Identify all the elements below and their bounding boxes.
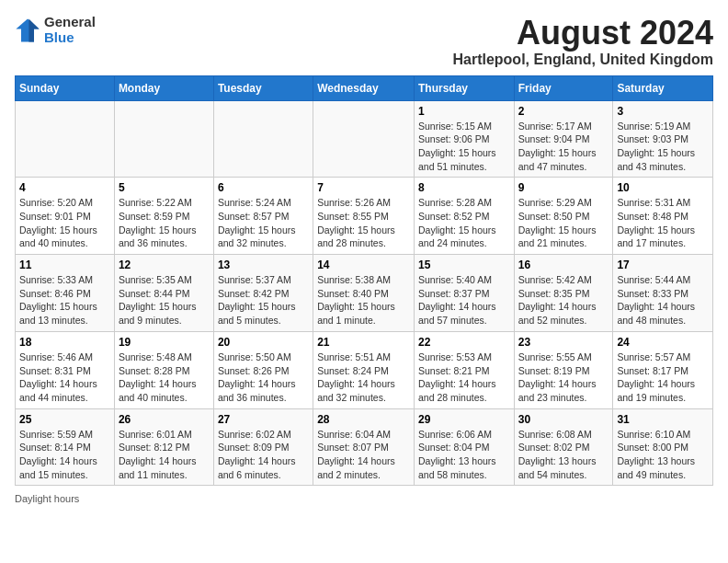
calendar-week-row: 4Sunrise: 5:20 AM Sunset: 9:01 PM Daylig… [16,178,713,255]
footer: Daylight hours [15,493,713,504]
day-number: 20 [218,336,309,349]
day-info: Sunrise: 5:24 AM Sunset: 8:57 PM Dayligh… [218,196,309,250]
day-info: Sunrise: 6:01 AM Sunset: 8:12 PM Dayligh… [119,428,210,482]
day-info: Sunrise: 5:42 AM Sunset: 8:35 PM Dayligh… [518,273,609,327]
day-info: Sunrise: 5:26 AM Sunset: 8:55 PM Dayligh… [317,196,410,250]
day-info: Sunrise: 5:57 AM Sunset: 8:17 PM Dayligh… [617,350,709,405]
calendar-cell: 1Sunrise: 5:15 AM Sunset: 9:06 PM Daylig… [414,100,514,178]
calendar-day-header: Saturday [613,75,713,100]
day-info: Sunrise: 5:40 AM Sunset: 8:37 PM Dayligh… [418,273,510,327]
day-number: 25 [19,413,110,426]
day-number: 4 [19,181,110,194]
day-info: Sunrise: 5:38 AM Sunset: 8:40 PM Dayligh… [317,273,410,327]
day-info: Sunrise: 5:22 AM Sunset: 8:59 PM Dayligh… [119,196,210,250]
day-number: 9 [518,181,609,194]
day-info: Sunrise: 5:46 AM Sunset: 8:31 PM Dayligh… [19,350,110,405]
calendar-cell [213,100,313,178]
calendar-day-header: Tuesday [213,75,313,100]
day-info: Sunrise: 6:02 AM Sunset: 8:09 PM Dayligh… [218,428,309,482]
day-number: 14 [317,259,410,271]
day-number: 24 [617,336,709,349]
calendar-cell: 11Sunrise: 5:33 AM Sunset: 8:46 PM Dayli… [16,255,115,332]
calendar-cell: 4Sunrise: 5:20 AM Sunset: 9:01 PM Daylig… [16,178,115,255]
day-number: 19 [119,336,210,349]
day-info: Sunrise: 6:08 AM Sunset: 8:02 PM Dayligh… [518,428,609,482]
day-info: Sunrise: 5:35 AM Sunset: 8:44 PM Dayligh… [119,273,210,327]
day-number: 12 [119,259,210,271]
day-number: 11 [19,259,110,271]
calendar-day-header: Thursday [414,75,514,100]
calendar-day-header: Monday [114,75,213,100]
calendar-cell [16,100,115,178]
calendar-cell: 30Sunrise: 6:08 AM Sunset: 8:02 PM Dayli… [514,408,613,486]
logo-general: General [44,15,96,30]
day-info: Sunrise: 6:06 AM Sunset: 8:04 PM Dayligh… [418,428,510,482]
calendar-cell: 14Sunrise: 5:38 AM Sunset: 8:40 PM Dayli… [313,255,415,332]
calendar-cell: 7Sunrise: 5:26 AM Sunset: 8:55 PM Daylig… [313,178,415,255]
calendar-cell: 24Sunrise: 5:57 AM Sunset: 8:17 PM Dayli… [613,331,713,408]
day-number: 22 [418,336,510,349]
calendar-cell: 6Sunrise: 5:24 AM Sunset: 8:57 PM Daylig… [213,178,313,255]
calendar-cell: 22Sunrise: 5:53 AM Sunset: 8:21 PM Dayli… [414,331,514,408]
svg-marker-1 [28,18,39,41]
day-info: Sunrise: 5:15 AM Sunset: 9:06 PM Dayligh… [418,120,510,174]
day-number: 16 [518,259,609,271]
day-number: 30 [518,413,609,426]
day-number: 8 [418,181,510,194]
calendar-cell: 2Sunrise: 5:17 AM Sunset: 9:04 PM Daylig… [514,100,613,178]
day-info: Sunrise: 5:51 AM Sunset: 8:24 PM Dayligh… [317,350,410,405]
calendar-cell: 17Sunrise: 5:44 AM Sunset: 8:33 PM Dayli… [613,255,713,332]
day-info: Sunrise: 5:20 AM Sunset: 9:01 PM Dayligh… [19,196,110,250]
calendar-cell: 3Sunrise: 5:19 AM Sunset: 9:03 PM Daylig… [613,100,713,178]
calendar-cell: 28Sunrise: 6:04 AM Sunset: 8:07 PM Dayli… [313,408,415,486]
day-info: Sunrise: 5:37 AM Sunset: 8:42 PM Dayligh… [218,273,309,327]
calendar-day-header: Sunday [16,75,115,100]
calendar-cell: 26Sunrise: 6:01 AM Sunset: 8:12 PM Dayli… [114,408,213,486]
calendar-cell: 10Sunrise: 5:31 AM Sunset: 8:48 PM Dayli… [613,178,713,255]
day-number: 23 [518,336,609,349]
day-info: Sunrise: 5:48 AM Sunset: 8:28 PM Dayligh… [119,350,210,405]
day-number: 1 [418,105,510,118]
calendar-cell: 8Sunrise: 5:28 AM Sunset: 8:52 PM Daylig… [414,178,514,255]
day-number: 6 [218,181,309,194]
day-info: Sunrise: 5:55 AM Sunset: 8:19 PM Dayligh… [518,350,609,405]
day-info: Sunrise: 5:53 AM Sunset: 8:21 PM Dayligh… [418,350,510,405]
day-number: 5 [119,181,210,194]
day-number: 31 [617,413,709,426]
calendar-cell: 9Sunrise: 5:29 AM Sunset: 8:50 PM Daylig… [514,178,613,255]
calendar-cell: 13Sunrise: 5:37 AM Sunset: 8:42 PM Dayli… [213,255,313,332]
location-title: Hartlepool, England, United Kingdom [452,52,713,68]
calendar-week-row: 11Sunrise: 5:33 AM Sunset: 8:46 PM Dayli… [16,255,713,332]
calendar-day-header: Friday [514,75,613,100]
calendar-cell: 18Sunrise: 5:46 AM Sunset: 8:31 PM Dayli… [16,331,115,408]
day-info: Sunrise: 5:33 AM Sunset: 8:46 PM Dayligh… [19,273,110,327]
day-info: Sunrise: 5:17 AM Sunset: 9:04 PM Dayligh… [518,120,609,174]
day-info: Sunrise: 5:28 AM Sunset: 8:52 PM Dayligh… [418,196,510,250]
day-number: 7 [317,181,410,194]
day-number: 3 [617,105,709,118]
day-number: 13 [218,259,309,271]
day-number: 17 [617,259,709,271]
calendar-cell: 27Sunrise: 6:02 AM Sunset: 8:09 PM Dayli… [213,408,313,486]
logo-blue: Blue [44,30,96,46]
day-info: Sunrise: 6:10 AM Sunset: 8:00 PM Dayligh… [617,428,709,482]
calendar-cell: 29Sunrise: 6:06 AM Sunset: 8:04 PM Dayli… [414,408,514,486]
title-block: August 2024 Hartlepool, England, United … [452,15,713,68]
day-info: Sunrise: 5:50 AM Sunset: 8:26 PM Dayligh… [218,350,309,405]
day-number: 15 [418,259,510,271]
calendar-cell: 20Sunrise: 5:50 AM Sunset: 8:26 PM Dayli… [213,331,313,408]
calendar-cell: 23Sunrise: 5:55 AM Sunset: 8:19 PM Dayli… [514,331,613,408]
logo-icon [15,17,40,43]
day-info: Sunrise: 5:19 AM Sunset: 9:03 PM Dayligh… [617,120,709,174]
calendar-day-header: Wednesday [313,75,415,100]
calendar-week-row: 1Sunrise: 5:15 AM Sunset: 9:06 PM Daylig… [16,100,713,178]
day-info: Sunrise: 5:31 AM Sunset: 8:48 PM Dayligh… [617,196,709,250]
svg-marker-0 [16,18,39,41]
day-info: Sunrise: 6:04 AM Sunset: 8:07 PM Dayligh… [317,428,410,482]
calendar-table: SundayMondayTuesdayWednesdayThursdayFrid… [15,75,713,487]
day-info: Sunrise: 5:29 AM Sunset: 8:50 PM Dayligh… [518,196,609,250]
calendar-cell: 25Sunrise: 5:59 AM Sunset: 8:14 PM Dayli… [16,408,115,486]
calendar-cell: 19Sunrise: 5:48 AM Sunset: 8:28 PM Dayli… [114,331,213,408]
day-number: 28 [317,413,410,426]
calendar-cell: 15Sunrise: 5:40 AM Sunset: 8:37 PM Dayli… [414,255,514,332]
